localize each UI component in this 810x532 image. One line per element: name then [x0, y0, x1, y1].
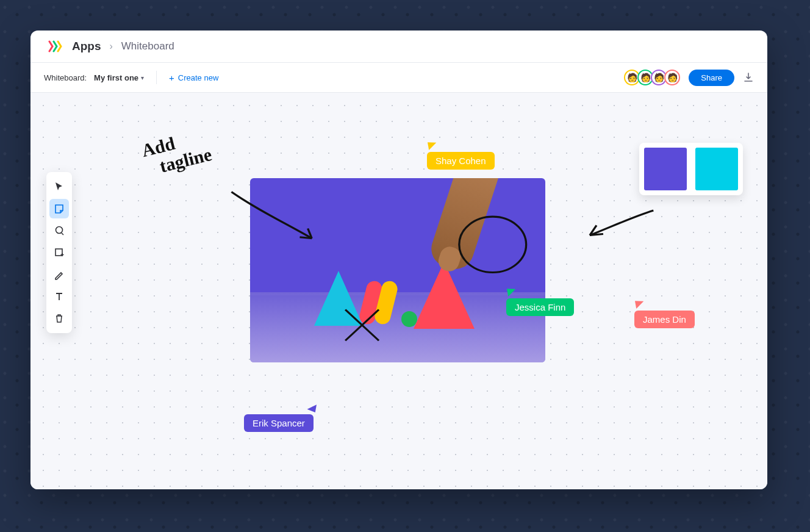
whiteboard-selector[interactable]: My first one ▾: [94, 73, 144, 82]
header: Apps › Whiteboard: [30, 31, 767, 63]
whiteboard-name: My first one: [94, 73, 138, 82]
presence-cursor-james: James Din: [634, 300, 695, 328]
cursor-label: Shay Cohen: [427, 152, 495, 170]
page-title: Whiteboard: [121, 40, 174, 52]
create-new-label: Create new: [178, 73, 218, 82]
color-swatch[interactable]: [644, 148, 687, 190]
share-button[interactable]: Share: [689, 70, 734, 86]
apps-breadcrumb[interactable]: Apps: [72, 40, 101, 53]
handwritten-annotation: Add tagline: [140, 126, 213, 179]
text-tool[interactable]: [49, 287, 69, 306]
sticky-note-tool[interactable]: [49, 199, 69, 218]
avatar[interactable]: 🧑: [664, 70, 680, 85]
presence-cursor-jessica: Jessica Finn: [506, 288, 574, 316]
cursor-label: Jessica Finn: [506, 298, 574, 316]
pen-tool[interactable]: [49, 265, 69, 284]
breadcrumb-separator-icon: ›: [110, 41, 113, 52]
divider: [156, 71, 157, 84]
cursor-icon: [635, 300, 645, 309]
whiteboard-label: Whiteboard:: [44, 73, 87, 82]
download-icon[interactable]: [743, 72, 754, 83]
shape-tool[interactable]: [49, 243, 69, 262]
whiteboard-canvas[interactable]: Add tagline Shay Cohen Jessica Finn Jame…: [30, 93, 767, 489]
canvas-image[interactable]: [250, 178, 545, 362]
tool-palette: [46, 172, 72, 333]
subheader: Whiteboard: My first one ▾ + Create new …: [30, 63, 767, 93]
app-window: Apps › Whiteboard Whiteboard: My first o…: [30, 31, 767, 489]
select-tool[interactable]: [49, 177, 69, 196]
collaborator-avatars: 🧑 🧑 🧑 🧑: [626, 70, 680, 85]
cursor-label: Erik Spancer: [244, 414, 314, 432]
cursor-label: James Din: [634, 311, 695, 328]
chevron-down-icon: ▾: [141, 74, 144, 81]
subheader-right: 🧑 🧑 🧑 🧑 Share: [626, 70, 754, 86]
delete-tool[interactable]: [49, 309, 69, 328]
color-swatches: [639, 143, 743, 195]
presence-cursor-shay: Shay Cohen: [427, 142, 495, 170]
presence-cursor-erik: Erik Spancer: [244, 404, 314, 432]
cursor-icon: [507, 287, 517, 297]
create-new-button[interactable]: + Create new: [169, 73, 218, 82]
subheader-left: Whiteboard: My first one ▾ + Create new: [44, 71, 218, 84]
lasso-tool[interactable]: [49, 221, 69, 240]
cursor-icon: [428, 141, 437, 150]
app-logo-icon: [48, 40, 63, 52]
color-swatch[interactable]: [695, 148, 738, 190]
plus-icon: +: [169, 73, 174, 82]
svg-point-0: [56, 227, 63, 234]
cursor-icon: [307, 403, 317, 412]
